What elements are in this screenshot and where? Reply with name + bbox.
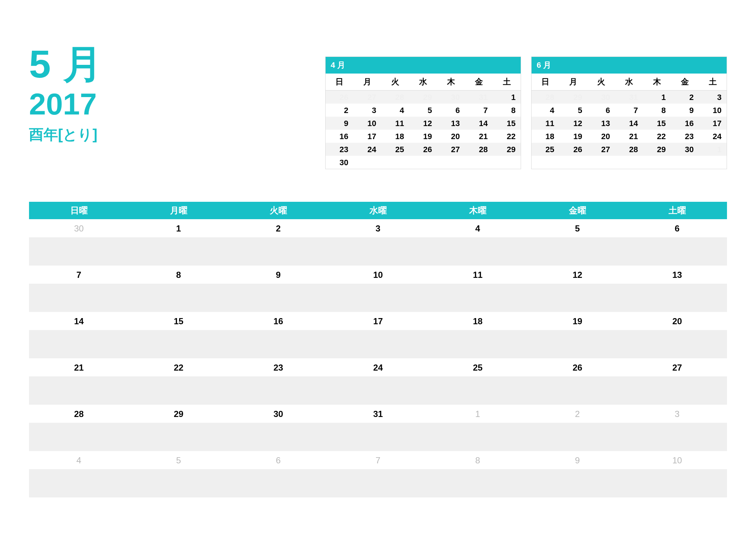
mini-day-cell: 6 bbox=[587, 104, 615, 117]
main-day-space bbox=[228, 376, 328, 405]
mini-dow-header: 土 bbox=[699, 74, 727, 91]
main-day-number: 23 bbox=[228, 358, 328, 376]
main-day-space bbox=[328, 284, 428, 312]
mini-calendar-prev: 4 月 日月火水木金土26272829303112345678910111213… bbox=[325, 57, 521, 169]
mini-dow-header: 火 bbox=[587, 74, 615, 91]
main-week-space bbox=[29, 284, 727, 312]
mini-day-cell: 20 bbox=[437, 130, 465, 143]
mini-day-cell: 18 bbox=[381, 130, 409, 143]
main-day-space bbox=[528, 237, 627, 266]
main-day-space bbox=[228, 423, 328, 451]
main-day-space bbox=[29, 423, 129, 451]
title-year: 2017 bbox=[29, 87, 103, 121]
main-day-space bbox=[29, 237, 129, 266]
main-day-number: 10 bbox=[328, 266, 428, 284]
main-dow-header: 木曜 bbox=[428, 202, 528, 219]
mini-day-cell: 5 bbox=[409, 104, 437, 117]
main-calendar-header: 日曜月曜火曜水曜木曜金曜土曜 bbox=[29, 202, 727, 219]
main-week-numbers: 45678910 bbox=[29, 451, 727, 469]
main-day-space bbox=[29, 330, 129, 358]
mini-dow-header: 月 bbox=[354, 74, 381, 91]
mini-day-cell: 4 bbox=[532, 104, 559, 117]
main-day-number: 8 bbox=[129, 266, 228, 284]
mini-day-cell bbox=[559, 156, 587, 169]
mini-day-cell: 16 bbox=[671, 117, 699, 130]
main-day-number: 12 bbox=[528, 266, 627, 284]
main-day-number: 1 bbox=[129, 219, 228, 237]
main-week-numbers: 28293031123 bbox=[29, 405, 727, 423]
main-dow-header: 火曜 bbox=[228, 202, 328, 219]
main-day-space bbox=[129, 469, 228, 497]
mini-day-cell: 2 bbox=[326, 104, 354, 117]
mini-day-cell: 29 bbox=[559, 91, 587, 104]
mini-day-cell: 27 bbox=[587, 143, 615, 156]
mini-day-cell: 11 bbox=[381, 117, 409, 130]
mini-day-cell: 15 bbox=[643, 117, 671, 130]
main-day-number: 9 bbox=[528, 451, 627, 469]
main-day-number: 22 bbox=[129, 358, 228, 376]
main-day-number: 28 bbox=[29, 405, 129, 423]
mini-day-cell: 4 bbox=[381, 104, 409, 117]
mini-day-cell: 30 bbox=[326, 156, 354, 169]
main-day-number: 24 bbox=[328, 358, 428, 376]
mini-day-cell: 28 bbox=[615, 143, 643, 156]
main-day-number: 26 bbox=[528, 358, 627, 376]
mini-day-cell bbox=[409, 156, 437, 169]
main-dow-header: 日曜 bbox=[29, 202, 129, 219]
main-calendar-body: 3012345678910111213141516171819202122232… bbox=[29, 219, 727, 497]
main-day-number: 6 bbox=[228, 451, 328, 469]
main-day-space bbox=[129, 284, 228, 312]
mini-day-cell bbox=[493, 156, 521, 169]
main-day-space bbox=[129, 330, 228, 358]
main-day-number: 11 bbox=[428, 266, 528, 284]
main-day-number: 2 bbox=[228, 219, 328, 237]
mini-day-cell: 19 bbox=[559, 130, 587, 143]
main-week-space bbox=[29, 423, 727, 451]
mini-prev-title: 4 月 bbox=[326, 57, 521, 74]
mini-day-cell: 11 bbox=[532, 117, 559, 130]
mini-dow-header: 水 bbox=[409, 74, 437, 91]
mini-day-cell bbox=[465, 156, 493, 169]
main-day-number: 6 bbox=[627, 219, 727, 237]
main-week-numbers: 78910111213 bbox=[29, 266, 727, 284]
main-day-number: 4 bbox=[29, 451, 129, 469]
main-day-space bbox=[328, 423, 428, 451]
main-day-space bbox=[627, 423, 727, 451]
main-day-number: 25 bbox=[428, 358, 528, 376]
mini-day-cell: 23 bbox=[326, 143, 354, 156]
mini-day-cell: 31 bbox=[615, 91, 643, 104]
main-day-number: 1 bbox=[428, 405, 528, 423]
mini-day-cell bbox=[381, 156, 409, 169]
mini-day-cell bbox=[437, 156, 465, 169]
mini-day-cell: 9 bbox=[326, 117, 354, 130]
main-day-number: 14 bbox=[29, 312, 129, 330]
mini-day-cell: 22 bbox=[493, 130, 521, 143]
main-day-space bbox=[328, 237, 428, 266]
mini-day-cell: 26 bbox=[559, 143, 587, 156]
main-day-space bbox=[428, 237, 528, 266]
mini-day-cell: 29 bbox=[493, 143, 521, 156]
mini-prev-grid: 日月火水木金土262728293031123456789101112131415… bbox=[326, 74, 521, 169]
main-week-space bbox=[29, 469, 727, 497]
main-day-space bbox=[428, 284, 528, 312]
main-calendar: 日曜月曜火曜水曜木曜金曜土曜 3012345678910111213141516… bbox=[29, 202, 727, 497]
main-day-space bbox=[228, 469, 328, 497]
mini-day-cell: 27 bbox=[354, 91, 381, 104]
mini-dow-header: 月 bbox=[559, 74, 587, 91]
mini-day-cell: 7 bbox=[615, 104, 643, 117]
mini-day-cell: 17 bbox=[354, 130, 381, 143]
main-day-space bbox=[528, 284, 627, 312]
mini-day-cell: 23 bbox=[671, 130, 699, 143]
main-day-space bbox=[328, 469, 428, 497]
main-week-space bbox=[29, 376, 727, 405]
mini-day-cell: 13 bbox=[587, 117, 615, 130]
main-week-numbers: 21222324252627 bbox=[29, 358, 727, 376]
mini-day-cell: 24 bbox=[354, 143, 381, 156]
main-week-numbers: 30123456 bbox=[29, 219, 727, 237]
mini-dow-header: 木 bbox=[643, 74, 671, 91]
main-day-space bbox=[627, 330, 727, 358]
mini-day-cell: 19 bbox=[409, 130, 437, 143]
main-day-number: 7 bbox=[328, 451, 428, 469]
main-day-space bbox=[428, 376, 528, 405]
main-day-number: 21 bbox=[29, 358, 129, 376]
